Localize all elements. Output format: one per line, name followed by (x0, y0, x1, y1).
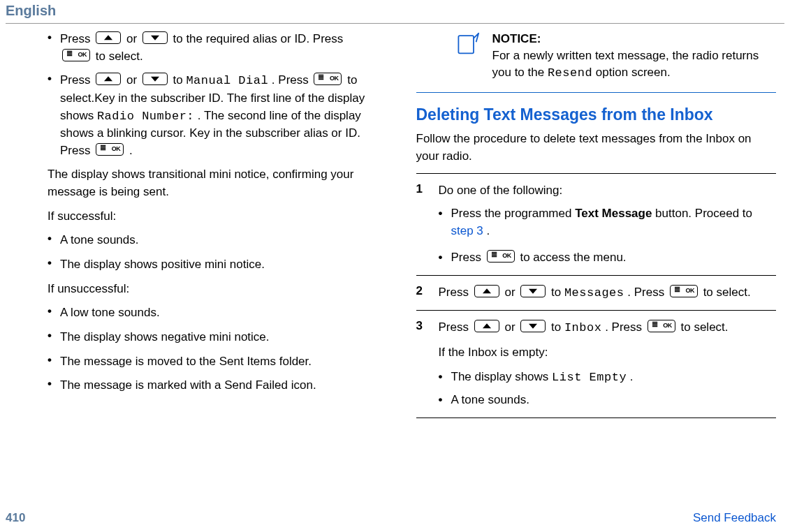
text: or (504, 286, 518, 299)
text: to the required alias or ID. Press (173, 32, 344, 45)
step-2: 2 Press or to Messages . Press to select… (416, 284, 777, 302)
text: or (126, 32, 140, 45)
up-key-icon (96, 73, 121, 85)
step-3-link[interactable]: step 3 (451, 224, 483, 237)
up-key-icon (474, 320, 499, 332)
text: Press (60, 73, 94, 87)
bullet-dot: • (47, 72, 60, 86)
content-columns: • Press or to the required alias or ID. … (0, 31, 790, 427)
bullet-body: The display shows List Empty . (451, 369, 634, 387)
text: option screen. (596, 66, 671, 79)
section-heading: Deleting Text Messages from the Inbox (416, 105, 777, 125)
mono-text: Manual Dial (186, 74, 268, 87)
unsuccess-bullet-2: • The display shows negative mini notice… (47, 329, 374, 346)
if-successful: If successful: (14, 208, 374, 226)
inbox-empty-text: If the Inbox is empty: (439, 344, 777, 362)
mono-text: Messages (564, 286, 624, 300)
text: to (551, 320, 564, 334)
step1-bullet-1: • Press the programmed Text Message butt… (439, 205, 777, 239)
bullet-dot: • (439, 249, 451, 267)
notice-body: NOTICE: For a newly written text message… (492, 31, 777, 81)
unsuccess-bullet-4: • The message is marked with a Send Fail… (47, 377, 374, 394)
text: Press (439, 320, 472, 334)
notice-title: NOTICE: (492, 32, 541, 45)
bullet-dot: • (47, 232, 60, 246)
svg-rect-0 (458, 36, 474, 53)
text: Press (451, 251, 485, 264)
left-bullet-2: • Press or to Manual Dial . Press to sel… (47, 72, 374, 159)
footer: 410 Send Feedback (6, 511, 776, 525)
text: to select. (96, 50, 143, 63)
step-body: Press or to Inbox . Press to select. If … (439, 319, 777, 409)
bullet-body: Press or to Manual Dial . Press to selec… (60, 72, 374, 159)
header-language: English (6, 0, 784, 24)
text: to select. (703, 286, 751, 299)
bullet-dot: • (439, 205, 451, 239)
step-1: 1 Do one of the following: • Press the p… (416, 182, 777, 267)
bullet-dot: • (47, 304, 60, 318)
text: to (173, 73, 186, 87)
up-key-icon (96, 31, 121, 44)
down-key-icon (142, 73, 168, 85)
step-body: Press or to Messages . Press to select. (439, 284, 777, 302)
bullet-body: A tone sounds. (60, 232, 374, 249)
down-key-icon (520, 320, 546, 332)
step-separator (416, 173, 777, 174)
if-unsuccessful: If unsuccessful: (14, 281, 374, 298)
bullet-dot: • (47, 377, 60, 391)
text: . (487, 224, 490, 237)
down-key-icon (142, 31, 168, 44)
ok-key-icon (96, 143, 124, 156)
down-key-icon (520, 285, 546, 297)
text: Do one of the following: (439, 184, 563, 197)
notice-icon (455, 31, 480, 81)
page-number: 410 (6, 511, 25, 525)
bullet-dot: • (47, 256, 60, 270)
left-column: • Press or to the required alias or ID. … (14, 31, 374, 427)
notice-box: NOTICE: For a newly written text message… (416, 31, 777, 81)
unsuccess-bullet-1: • A low tone sounds. (47, 304, 374, 322)
text: . Press (605, 320, 645, 334)
bullet-body: The display shows negative mini notice. (60, 329, 374, 346)
mono-text: Resend (548, 66, 592, 80)
mono-text: List Empty (552, 371, 627, 384)
success-bullet-2: • The display shows positive mini notice… (47, 256, 374, 274)
bullet-body: Press the programmed Text Message button… (451, 205, 777, 239)
transitional-text: The display shows transitional mini noti… (14, 166, 374, 200)
step-separator (416, 275, 777, 276)
bullet-body: The message is marked with a Send Failed… (60, 377, 374, 394)
text: to select. (681, 320, 729, 334)
step3-bullet-2: • A tone sounds. (439, 392, 777, 409)
bullet-body: The display shows positive mini notice. (60, 256, 374, 274)
send-feedback-link[interactable]: Send Feedback (693, 511, 776, 525)
bullet-body: A low tone sounds. (60, 304, 374, 322)
bullet-dot: • (47, 31, 60, 45)
step-separator (416, 418, 777, 418)
bullet-body: A tone sounds. (451, 392, 529, 409)
step-number: 2 (416, 284, 429, 302)
text: . (129, 144, 133, 157)
text: The display shows (451, 370, 553, 383)
ok-key-icon (487, 250, 515, 263)
bullet-body: Press to access the menu. (451, 249, 627, 267)
right-column: NOTICE: For a newly written text message… (416, 31, 777, 427)
text: button. Proceed to (655, 207, 752, 220)
text: Press (60, 32, 94, 45)
mono-text: Inbox (564, 321, 602, 334)
text: . Press (272, 73, 312, 87)
step-number: 1 (416, 182, 429, 267)
left-bullet-1: • Press or to the required alias or ID. … (47, 31, 374, 65)
bold-text: Text Message (575, 207, 652, 220)
text: . (630, 370, 634, 383)
ok-key-icon (62, 49, 90, 61)
text: Press the programmed (451, 207, 576, 220)
text: to access the menu. (520, 251, 626, 264)
step-separator (416, 310, 777, 311)
section-separator (416, 92, 777, 93)
unsuccess-bullet-3: • The message is moved to the Sent Items… (47, 353, 374, 371)
bullet-dot: • (47, 329, 60, 343)
step3-bullet-1: • The display shows List Empty . (439, 369, 777, 387)
text: Press (439, 286, 472, 299)
ok-key-icon (670, 285, 698, 297)
text: or (504, 320, 518, 334)
